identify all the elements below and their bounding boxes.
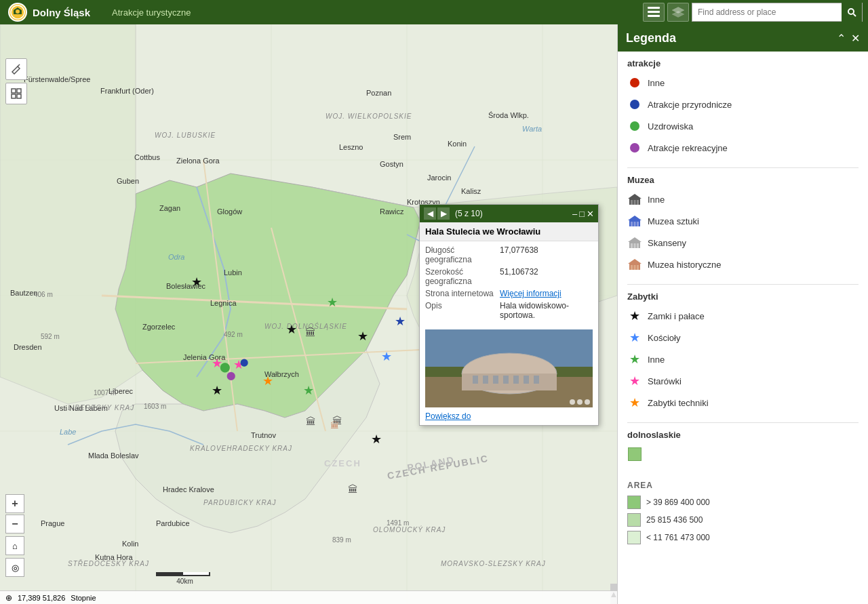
coords-value: 17,389 51,826 — [18, 594, 65, 602]
popup-link-web[interactable]: Więcej informacji — [500, 289, 561, 298]
legend-title-dolnoslaskie: dolnoslaskie — [627, 430, 859, 440]
home-btn[interactable]: ⌂ — [5, 536, 24, 555]
legend-collapse-btn[interactable]: ⌃ — [837, 32, 846, 45]
svg-rect-25 — [12, 94, 16, 98]
popup-enlarge-link[interactable]: Powiększ do — [425, 411, 471, 421]
img-dot-1[interactable] — [570, 399, 575, 405]
legend-item-rekreacyjne: Atrakcje rekreacyjne — [627, 139, 859, 157]
popup-value-desc: Hala widowiskowo-sportowa. — [500, 301, 593, 320]
popup-prev-btn[interactable]: ◀ — [424, 207, 436, 220]
zabtechniki-star-icon: ★ — [629, 395, 640, 410]
przyrodnicze-icon — [627, 97, 642, 112]
locate-btn[interactable]: ◎ — [5, 558, 24, 577]
map-tools — [5, 58, 27, 104]
svg-rect-35 — [493, 376, 498, 384]
area-swatch-low — [627, 531, 641, 544]
area-item-mid: 25 815 436 500 — [627, 513, 859, 527]
svg-line-22 — [18, 64, 20, 66]
koscioly-icon: ★ — [627, 330, 642, 345]
marker-selected[interactable]: ★ — [395, 314, 406, 329]
marker-atrakcja-3[interactable]: ⬤ — [240, 358, 248, 367]
marker-muzeum-2[interactable]: 🏛 — [306, 416, 316, 427]
legend-label-zamki: Zamki i pałace — [648, 311, 705, 321]
legend-label-inne: Inne — [648, 78, 665, 88]
popup-close-btn[interactable]: ✕ — [587, 209, 594, 218]
marker-zamek-2[interactable]: ★ — [286, 322, 297, 337]
zamki-icon: ★ — [627, 308, 642, 323]
img-dot-3[interactable] — [585, 399, 590, 405]
marker-zabtechniki-1[interactable]: ★ — [262, 374, 273, 388]
svg-rect-62 — [634, 265, 636, 270]
starowki-star-icon: ★ — [629, 374, 640, 388]
svg-rect-33 — [473, 376, 478, 384]
layers-list-btn[interactable] — [643, 3, 665, 22]
legend-item-przyrodnicze: Atrakcje przyrodnicze — [627, 96, 859, 113]
legend-label-przyrodnicze: Atrakcje przyrodnicze — [648, 100, 732, 110]
legend-title-zabytki: Zabytki — [627, 291, 859, 302]
svg-point-1 — [16, 9, 20, 14]
svg-rect-52 — [634, 222, 636, 226]
inne-icon — [627, 75, 642, 90]
popup-image-dots — [570, 399, 590, 405]
marker-zamek-3[interactable]: ★ — [212, 383, 222, 398]
marker-zamek-1[interactable]: ★ — [191, 275, 202, 289]
map-container[interactable]: Fürstenwalde/Spree Frankfurt (Oder) Cott… — [0, 24, 617, 604]
zoom-out-btn[interactable]: − — [5, 515, 24, 533]
popup-label-web: Strona internetowa — [425, 289, 500, 298]
legend-label-uzdrowiska: Uzdrowiska — [648, 121, 693, 132]
marker-muzeum-4[interactable]: 🏛 — [348, 483, 358, 495]
legend-label-starowki: Starówki — [648, 376, 682, 386]
legend-label-muzea-inne: Inne — [648, 195, 665, 205]
marker-inne-2[interactable]: ★ — [303, 383, 314, 398]
popup-maximize-btn[interactable]: □ — [579, 209, 585, 218]
legend-item-dolnoslaskie — [627, 445, 859, 463]
popup-label-lat: Szerokośćgeograficzna — [425, 267, 500, 286]
svg-rect-39 — [534, 376, 539, 384]
popup-window-buttons: – □ ✕ — [572, 209, 594, 218]
legend-item-zabytki-inne: ★ Inne — [627, 350, 859, 368]
legend-title-muzea: Muzea — [627, 175, 859, 185]
legend-item-zamki: ★ Zamki i pałace — [627, 307, 859, 325]
search-input[interactable] — [692, 7, 842, 17]
header: Dolny Śląsk Atrakcje turystyczne — [0, 0, 868, 24]
img-dot-2[interactable] — [577, 399, 583, 405]
popup-row-lon: Długośćgeograficzna 17,077638 — [425, 245, 593, 264]
grid-tool-btn[interactable] — [5, 83, 27, 104]
marker-inne-1[interactable]: ★ — [327, 295, 338, 310]
legend-label-skanseny: Skanseny — [648, 238, 686, 248]
legend-close-btn[interactable]: ✕ — [851, 32, 860, 45]
popup-next-btn[interactable]: ▶ — [437, 207, 450, 220]
starowki-icon: ★ — [627, 374, 642, 388]
popup-image-container — [420, 327, 598, 410]
popup-title: Hala Stulecia we Wrocławiu — [420, 222, 598, 241]
skanseny-icon — [627, 235, 642, 250]
popup-minimize-btn[interactable]: – — [572, 209, 577, 218]
svg-point-43 — [630, 143, 639, 153]
popup-enlarge: Powiększ do — [420, 410, 598, 425]
legend-section-dolnoslaskie: dolnoslaskie — [618, 423, 868, 474]
marker-zamek-5[interactable]: ★ — [371, 432, 382, 447]
legend-title-atrakcje: atrakcje — [627, 58, 859, 68]
popup-row-desc: Opis Hala widowiskowo-sportowa. — [425, 301, 593, 320]
popup-row-lat: Szerokośćgeograficzna 51,106732 — [425, 267, 593, 286]
search-box — [692, 3, 863, 22]
area-item-high: > 39 869 400 000 — [627, 496, 859, 509]
marker-muzeum-1[interactable]: 🏛 — [305, 327, 316, 339]
marker-kosciol-1[interactable]: ★ — [381, 349, 392, 364]
marker-atrakcja-2[interactable]: ⬤ — [226, 371, 235, 380]
search-button[interactable] — [842, 3, 862, 22]
legend-label-muzea-sztuki: Muzea sztuki — [648, 216, 699, 226]
area-swatch-mid — [627, 513, 641, 527]
legend-buttons: ⌃ ✕ — [837, 32, 860, 45]
zabtechniki-icon: ★ — [627, 395, 642, 410]
dolnoslaskie-swatch — [628, 447, 642, 461]
draw-tool-btn[interactable] — [5, 58, 27, 80]
legend-label-muzea-historyczne: Muzea historyczne — [648, 260, 721, 270]
marker-zamek-4[interactable]: ★ — [357, 329, 368, 344]
zoom-in-btn[interactable]: + — [5, 494, 24, 513]
svg-rect-56 — [631, 243, 633, 248]
layers-stack-btn[interactable] — [667, 3, 689, 22]
svg-point-40 — [630, 78, 639, 87]
marker-muzeum-hist-1[interactable]: 🏛 — [330, 420, 339, 430]
area-label-mid: 25 815 436 500 — [646, 515, 703, 525]
